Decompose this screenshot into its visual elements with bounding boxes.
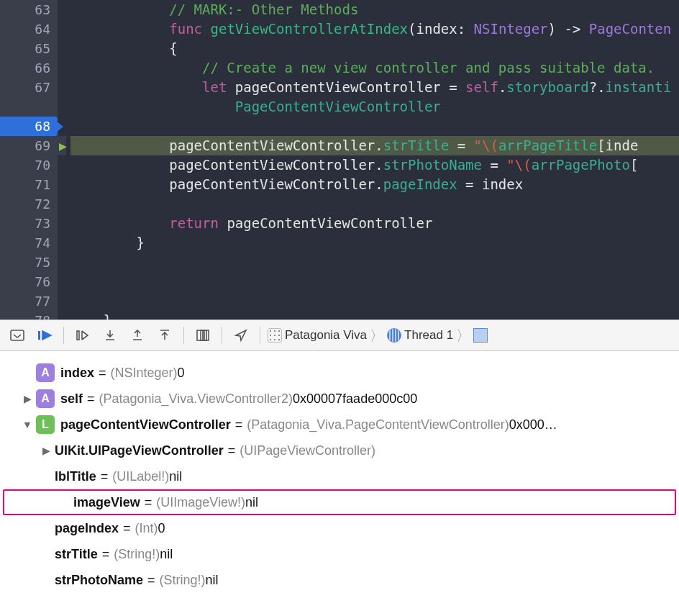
- code-line[interactable]: func getViewControllerAtIndex(index: NSI…: [70, 19, 679, 39]
- code-line[interactable]: pageContentViewController.strPhotoName =…: [70, 155, 679, 175]
- variable-row[interactable]: ▶UIKit.UIPageViewController = (UIPageVie…: [3, 438, 676, 463]
- variable-value: nil: [160, 547, 173, 562]
- variable-row[interactable]: ▶strPhotoName = (String!) nil: [3, 567, 676, 593]
- program-counter-icon: ▶: [59, 136, 67, 155]
- debug-breadcrumb[interactable]: Patagonia Viva 〉 Thread 1 〉: [268, 326, 488, 345]
- svg-rect-4: [197, 330, 203, 340]
- simulate-location-button[interactable]: [229, 325, 252, 345]
- variable-name: self: [60, 391, 83, 407]
- separator: [260, 327, 260, 344]
- variable-value: 0x00007faade000c00: [293, 391, 417, 407]
- svg-rect-3: [77, 331, 79, 340]
- variable-row[interactable]: ▶pageIndex = (Int) 0: [3, 515, 676, 541]
- type-badge-icon: A: [36, 363, 55, 382]
- variable-row[interactable]: ▼LpageContentViewController = (Patagonia…: [3, 412, 676, 438]
- code-line[interactable]: return pageContentViewController: [70, 214, 679, 233]
- continue-button[interactable]: [33, 325, 56, 345]
- line-number[interactable]: 67: [0, 78, 50, 97]
- separator: [63, 327, 64, 344]
- code-line[interactable]: [70, 272, 679, 291]
- variable-type: (UILabel!): [112, 469, 169, 484]
- separator: [183, 327, 184, 344]
- svg-rect-5: [201, 330, 206, 340]
- disclosure-triangle-icon[interactable]: ▶: [22, 393, 33, 404]
- frame-icon: [473, 328, 488, 343]
- variable-row[interactable]: ▶strTitle = (String!) nil: [3, 541, 676, 567]
- breadcrumb-app[interactable]: Patagonia Viva: [268, 328, 367, 343]
- code-line[interactable]: pageContentViewController.pageIndex = in…: [70, 175, 679, 194]
- disclosure-triangle-icon[interactable]: ▶: [40, 445, 52, 456]
- code-line[interactable]: [70, 194, 679, 214]
- variable-value: nil: [206, 573, 219, 588]
- code-line[interactable]: // MARK:- Other Methods: [70, 0, 679, 19]
- svg-marker-2: [42, 331, 51, 340]
- step-out-button[interactable]: [126, 325, 149, 345]
- line-number[interactable]: [0, 97, 50, 117]
- code-line[interactable]: }: [70, 311, 679, 320]
- code-line[interactable]: [70, 117, 679, 136]
- variable-row[interactable]: ▶lblTitle = (UILabel!) nil: [3, 463, 676, 489]
- debug-view-hierarchy-button[interactable]: [191, 325, 214, 345]
- code-line[interactable]: {: [70, 39, 679, 58]
- breadcrumb-separator: 〉: [367, 326, 387, 345]
- line-number[interactable]: 76: [0, 272, 50, 291]
- line-number[interactable]: 63: [0, 0, 50, 19]
- variable-value: 0x000…: [509, 417, 557, 432]
- step-instruction-button[interactable]: [153, 325, 176, 345]
- variable-name: index: [60, 366, 94, 381]
- code-line[interactable]: }: [70, 233, 679, 253]
- variable-value: nil: [245, 495, 258, 510]
- code-area[interactable]: // MARK:- Other Methods func getViewCont…: [58, 0, 679, 320]
- toggle-debug-pane-button[interactable]: [6, 325, 29, 345]
- variable-name: imageView: [73, 495, 140, 510]
- line-number[interactable]: 78: [0, 311, 50, 320]
- variable-row[interactable]: ▶imageView = (UIImageView!) nil: [3, 489, 676, 515]
- variables-panel[interactable]: ▶Aindex = (NSInteger) 0▶Aself = (Patagon…: [0, 351, 679, 616]
- variable-type: (UIImageView!): [156, 495, 245, 510]
- line-number[interactable]: 77: [0, 291, 50, 311]
- variable-value: 0: [158, 521, 165, 536]
- thread-icon: [387, 328, 401, 343]
- code-line[interactable]: // Create a new view controller and pass…: [70, 58, 679, 78]
- line-number[interactable]: 68: [0, 117, 58, 136]
- line-number[interactable]: 72: [0, 194, 50, 214]
- code-line[interactable]: let pageContentViewController = self.sto…: [70, 78, 679, 97]
- variable-type: (UIPageViewController): [240, 443, 375, 458]
- app-icon: [268, 328, 282, 343]
- breadcrumb-thread[interactable]: Thread 1: [387, 328, 453, 343]
- variable-name: UIKit.UIPageViewController: [55, 443, 224, 458]
- variable-type: (Int): [135, 521, 158, 536]
- variable-name: strPhotoName: [55, 573, 143, 588]
- line-number[interactable]: 70: [0, 155, 50, 175]
- line-number[interactable]: 71: [0, 175, 50, 194]
- variable-name: lblTitle: [55, 469, 96, 484]
- line-number[interactable]: 73: [0, 214, 50, 233]
- variable-value: nil: [169, 469, 182, 484]
- code-line[interactable]: [70, 253, 679, 272]
- debug-toolbar: Patagonia Viva 〉 Thread 1 〉: [0, 320, 679, 351]
- variable-row[interactable]: ▶Aself = (Patagonia_Viva.ViewController2…: [3, 386, 676, 412]
- breadcrumb-app-label: Patagonia Viva: [285, 328, 367, 343]
- step-over-button[interactable]: [71, 325, 94, 345]
- step-into-button[interactable]: [99, 325, 122, 345]
- variable-type: (Patagonia_Viva.PageContentViewControlle…: [247, 417, 509, 432]
- line-number[interactable]: 69: [0, 136, 50, 155]
- code-line[interactable]: PageContentViewController: [70, 97, 679, 117]
- line-number[interactable]: 65: [0, 39, 50, 58]
- variable-type: (Patagonia_Viva.ViewController2): [99, 391, 293, 407]
- svg-rect-0: [11, 330, 24, 340]
- line-number[interactable]: 64: [0, 19, 50, 39]
- line-number[interactable]: 74: [0, 233, 50, 253]
- line-gutter[interactable]: 63646566676869707172737475767778: [0, 0, 58, 320]
- code-editor[interactable]: 63646566676869707172737475767778 // MARK…: [0, 0, 679, 320]
- variable-name: pageIndex: [55, 521, 119, 536]
- svg-rect-1: [38, 331, 40, 340]
- breadcrumb-frame[interactable]: [473, 328, 488, 343]
- code-line[interactable]: [70, 291, 679, 311]
- code-line[interactable]: ▶ pageContentViewController.strTitle = "…: [70, 136, 679, 155]
- line-number[interactable]: 66: [0, 58, 50, 78]
- variable-row[interactable]: ▶Aindex = (NSInteger) 0: [3, 360, 676, 386]
- line-number[interactable]: 75: [0, 253, 50, 272]
- disclosure-triangle-icon[interactable]: ▼: [22, 419, 33, 430]
- variable-value: 0: [178, 366, 185, 381]
